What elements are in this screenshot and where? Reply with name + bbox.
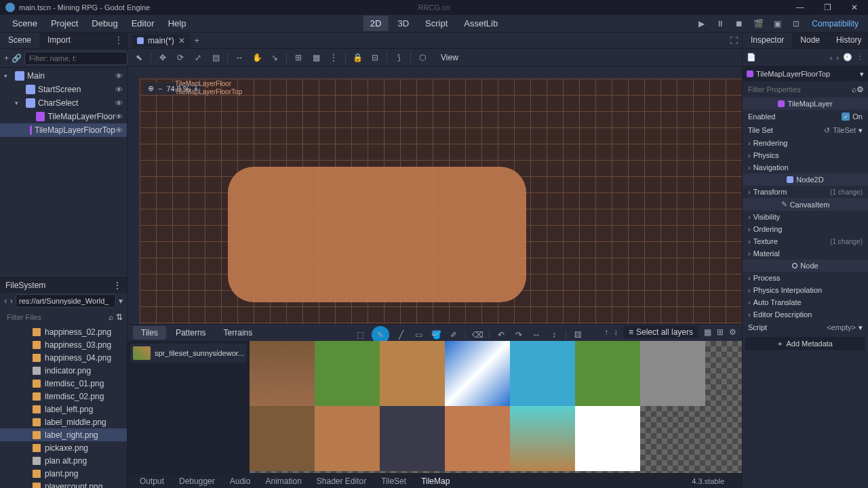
group-texture[interactable]: Texture(1 change) <box>743 235 868 247</box>
grid-tool[interactable]: ▦ <box>310 52 322 64</box>
insp-history-button[interactable]: 🕘 <box>843 53 852 62</box>
tile-viewer[interactable] <box>250 341 742 473</box>
file-item[interactable]: plan alt.png <box>0 454 127 467</box>
snap-tool[interactable]: ⊞ <box>292 52 304 64</box>
tree-node[interactable]: ▾Main👁 <box>0 69 127 83</box>
fs-back-button[interactable]: ‹ <box>4 296 7 306</box>
prop-script-value[interactable]: <empty> <box>827 323 856 331</box>
import-tab[interactable]: Import <box>39 33 79 48</box>
add-metadata-button[interactable]: + Add Metadata <box>745 337 865 350</box>
selection-tool[interactable]: ⬚ <box>354 329 366 341</box>
menu-project[interactable]: Project <box>44 16 85 31</box>
bucket-tool[interactable]: 🪣 <box>430 329 442 341</box>
scene-tab[interactable]: Scene <box>0 33 39 48</box>
tree-node[interactable]: TileMapLayerFloorTop👁 <box>0 123 127 137</box>
scene-tree[interactable]: ▾Main👁StartScreen👁▾CharSelect👁TileMapLay… <box>0 68 127 277</box>
filesystem-list[interactable]: happiness_02.pnghappiness_03.pnghappines… <box>0 325 127 488</box>
select-layers-dropdown[interactable]: ≡ Select all layers <box>623 326 698 338</box>
bottom-tab-audio[interactable]: Audio <box>223 475 258 487</box>
zoom-out-button[interactable]: − <box>158 85 162 93</box>
bottom-tab-shader-editor[interactable]: Shader Editor <box>310 475 373 487</box>
rotate-left-tool[interactable]: ↶ <box>495 329 507 341</box>
tilemap-tab-patterns[interactable]: Patterns <box>167 326 214 340</box>
bottom-tab-debugger[interactable]: Debugger <box>172 475 222 487</box>
group-visibility[interactable]: Visibility <box>743 211 868 223</box>
group-transform[interactable]: Transform(1 change) <box>743 186 868 198</box>
eraser-tool[interactable]: ⌫ <box>471 329 484 341</box>
fs-filter-input[interactable] <box>4 312 106 323</box>
filter-search-icon[interactable]: ⌕ <box>852 85 856 94</box>
play-scene-button[interactable]: 🎬 <box>751 17 766 30</box>
menu-help[interactable]: Help <box>161 16 193 31</box>
renderer-dropdown[interactable]: Compatibility <box>808 19 863 28</box>
pick-tool[interactable]: ↘ <box>269 52 281 64</box>
file-item[interactable]: happiness_03.png <box>0 338 127 351</box>
group-ordering[interactable]: Ordering <box>743 223 868 235</box>
group-auto-translate[interactable]: Auto Translate <box>743 296 868 308</box>
random-tool[interactable]: ⚄ <box>572 329 584 341</box>
tileset-list[interactable]: spr_tileset_sunnysidewor... <box>127 341 250 473</box>
rotate-tool[interactable]: ⟳ <box>174 52 186 64</box>
view-menu[interactable]: View <box>434 52 465 64</box>
group-process[interactable]: Process <box>743 272 868 284</box>
file-item[interactable]: label_right.png <box>0 428 127 441</box>
menu-scene[interactable]: Scene <box>5 16 44 31</box>
file-item[interactable]: playercount.png <box>0 480 127 488</box>
prop-enabled-checkbox[interactable]: ✓On <box>842 113 863 121</box>
maximize-button[interactable]: ❐ <box>814 0 841 15</box>
picker-tool[interactable]: ✐ <box>448 329 460 341</box>
document-tab[interactable]: main(*) ✕ <box>132 34 191 47</box>
tree-node[interactable]: ▾CharSelect👁 <box>0 96 127 110</box>
group-navigation[interactable]: Navigation <box>743 161 868 174</box>
dropdown-icon[interactable]: ▾ <box>859 323 863 332</box>
fs-view-icon[interactable]: ⇅ <box>116 312 123 322</box>
group-material[interactable]: Material <box>743 247 868 260</box>
history-tab[interactable]: History <box>828 33 868 48</box>
snap-menu-icon[interactable]: ⋮ <box>328 52 340 64</box>
group-rendering[interactable]: Rendering <box>743 137 868 149</box>
list-tool[interactable]: ▤ <box>210 52 222 64</box>
settings-button[interactable]: ⚙ <box>729 327 736 337</box>
close-tab-button[interactable]: ✕ <box>178 36 185 45</box>
group-physics[interactable]: Physics <box>743 149 868 161</box>
center-view-icon[interactable]: ⊕ <box>148 84 154 93</box>
flip-h-tool[interactable]: ↔ <box>530 329 542 341</box>
workspace-assetlib[interactable]: AssetLib <box>457 16 505 31</box>
dock-menu-icon[interactable]: ⋮ <box>115 35 123 45</box>
file-item[interactable]: happiness_04.png <box>0 351 127 364</box>
layer-down-button[interactable]: ↓ <box>614 327 618 337</box>
node-tab[interactable]: Node <box>792 33 828 48</box>
highlight-button[interactable]: ▦ <box>704 327 711 337</box>
link-button[interactable]: 🔗 <box>12 52 22 64</box>
file-item[interactable]: label_middle.png <box>0 415 127 428</box>
add-node-button[interactable]: + <box>4 52 9 64</box>
file-item[interactable]: pickaxe.png <box>0 441 127 454</box>
ruler-tool[interactable]: ↔ <box>233 52 245 64</box>
close-button[interactable]: ✕ <box>841 0 868 15</box>
tilemap-tab-tiles[interactable]: Tiles <box>133 326 166 340</box>
canvas-viewport[interactable]: ⊕ − 74.9 % + TileMapLayerFloorTileMapLay… <box>127 66 742 324</box>
line-tool[interactable]: ╱ <box>395 329 407 341</box>
movie-button[interactable]: ⊡ <box>789 17 804 30</box>
tileset-item[interactable]: spr_tileset_sunnysidewor... <box>130 344 247 363</box>
stop-button[interactable]: ⏹ <box>732 17 747 30</box>
filter-options-icon[interactable]: ⚙ <box>856 85 864 94</box>
tilemap-tab-terrains[interactable]: Terrains <box>216 326 261 340</box>
insp-more-icon[interactable]: ⋮ <box>856 53 864 62</box>
workspace-script[interactable]: Script <box>418 16 454 31</box>
menu-debug[interactable]: Debug <box>85 16 124 31</box>
tree-node[interactable]: TileMapLayerFloor👁 <box>0 110 127 123</box>
inspector-tab[interactable]: Inspector <box>743 33 792 48</box>
file-item[interactable]: happiness_02.png <box>0 325 127 338</box>
bottom-tab-tilemap[interactable]: TileMap <box>414 475 456 487</box>
add-tab-button[interactable]: + <box>195 36 199 45</box>
undo-icon[interactable]: ↺ <box>824 126 830 135</box>
workspace-3d[interactable]: 3D <box>391 16 416 31</box>
scale-tool[interactable]: ⤢ <box>192 52 204 64</box>
file-item[interactable]: itemdisc_02.png <box>0 390 127 403</box>
insp-back-button[interactable]: ‹ <box>830 54 833 62</box>
pan-tool[interactable]: ✋ <box>251 52 263 64</box>
rect-tool[interactable]: ▭ <box>412 329 425 341</box>
group-tool[interactable]: ⊟ <box>369 52 381 64</box>
inspector-filter-input[interactable] <box>747 84 852 95</box>
